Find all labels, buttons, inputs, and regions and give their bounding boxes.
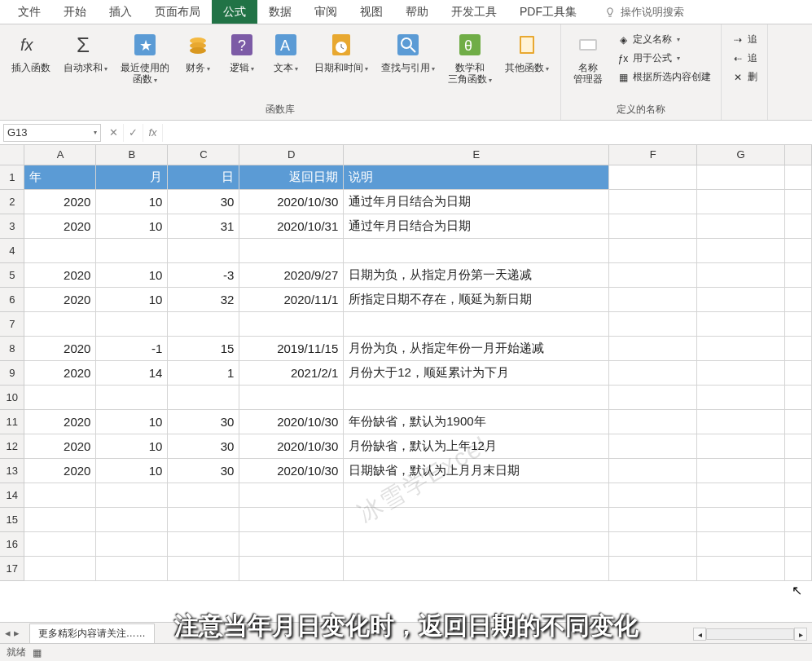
enter-formula-button[interactable]: ✓ — [124, 124, 143, 142]
cell[interactable]: 10 — [96, 409, 168, 434]
tab-dev[interactable]: 开发工具 — [440, 0, 508, 24]
cell[interactable] — [784, 409, 811, 434]
row-header[interactable]: 2 — [0, 189, 24, 214]
tab-file[interactable]: 文件 — [7, 0, 52, 24]
cell[interactable] — [784, 262, 811, 287]
tab-view[interactable]: 视图 — [349, 0, 394, 24]
cell[interactable] — [784, 507, 811, 531]
cell[interactable] — [609, 287, 697, 311]
cell[interactable] — [784, 165, 811, 189]
cell[interactable]: 10 — [96, 434, 168, 458]
cell[interactable] — [697, 336, 785, 360]
cell[interactable] — [609, 483, 697, 507]
cell[interactable] — [168, 483, 239, 507]
tab-data[interactable]: 数据 — [257, 0, 303, 24]
sheet-nav[interactable]: ◂ ▸ — [0, 627, 24, 639]
cell[interactable] — [24, 556, 96, 580]
insert-function-small-button[interactable]: fx — [143, 124, 163, 142]
cell[interactable] — [239, 483, 344, 507]
row-header[interactable]: 7 — [0, 311, 24, 336]
cell[interactable]: 2020 — [24, 336, 96, 360]
cell[interactable] — [96, 507, 168, 531]
col-header-F[interactable]: F — [609, 145, 697, 165]
cell[interactable]: 2020/10/31 — [239, 214, 344, 238]
cell[interactable] — [609, 360, 697, 385]
col-header-H[interactable] — [784, 145, 811, 165]
cell[interactable] — [96, 531, 168, 556]
cell[interactable]: 1 — [168, 360, 239, 385]
scroll-left-button[interactable]: ◂ — [693, 628, 706, 641]
cells-table[interactable]: A B C D E F G 1 年 月 日 返回日期 说明 2202010302… — [0, 145, 812, 581]
cell[interactable] — [697, 556, 785, 580]
cell[interactable]: 月份缺省，默认为上年12月 — [344, 434, 609, 458]
cell[interactable] — [697, 189, 785, 214]
cell[interactable]: 30 — [168, 409, 239, 434]
cell[interactable]: 年份缺省，默认为1900年 — [344, 409, 609, 434]
cell[interactable]: 2019/11/15 — [239, 336, 344, 360]
cell[interactable] — [697, 311, 785, 336]
cell[interactable]: 2020/11/1 — [239, 287, 344, 311]
cell[interactable]: 月份大于12，顺延累计为下月 — [344, 360, 609, 385]
cell[interactable] — [784, 311, 811, 336]
cell[interactable] — [96, 311, 168, 336]
cell[interactable] — [24, 531, 96, 556]
remove-arrows-button[interactable]: ✕删 — [728, 68, 761, 86]
cell[interactable] — [168, 385, 239, 409]
cell[interactable] — [239, 238, 344, 262]
cell[interactable]: 10 — [96, 287, 168, 311]
cell[interactable] — [168, 531, 239, 556]
cell[interactable]: 2020/10/30 — [239, 189, 344, 214]
cell[interactable] — [697, 360, 785, 385]
cell[interactable] — [697, 287, 785, 311]
cell[interactable] — [697, 458, 785, 483]
row-header[interactable]: 11 — [0, 409, 24, 434]
cell[interactable] — [239, 531, 344, 556]
row-header[interactable]: 6 — [0, 287, 24, 311]
cancel-formula-button[interactable]: ✕ — [104, 124, 124, 142]
scroll-track[interactable] — [706, 628, 794, 640]
tab-insert[interactable]: 插入 — [98, 0, 143, 24]
cell[interactable]: 10 — [96, 458, 168, 483]
row-header[interactable]: 8 — [0, 336, 24, 360]
cell[interactable] — [784, 434, 811, 458]
cell[interactable]: 2020 — [24, 214, 96, 238]
cell[interactable] — [697, 262, 785, 287]
cell[interactable] — [609, 458, 697, 483]
cell[interactable] — [697, 434, 785, 458]
cell[interactable] — [344, 238, 609, 262]
create-from-selection-button[interactable]: ▦根据所选内容创建 — [613, 68, 714, 86]
cell[interactable] — [24, 483, 96, 507]
cell[interactable]: 15 — [168, 336, 239, 360]
cell[interactable]: 2020 — [24, 409, 96, 434]
cell[interactable] — [784, 360, 811, 385]
cell[interactable] — [24, 385, 96, 409]
cell[interactable]: 2020/9/27 — [239, 262, 344, 287]
cell[interactable] — [784, 483, 811, 507]
text-button[interactable]: A 文本▾ — [266, 28, 306, 90]
cell[interactable] — [609, 556, 697, 580]
trace-dependents-button[interactable]: ⇠追 — [728, 50, 761, 67]
cell[interactable]: -1 — [96, 336, 168, 360]
cell[interactable] — [697, 409, 785, 434]
row-header[interactable]: 12 — [0, 434, 24, 458]
cell[interactable] — [784, 336, 811, 360]
cell[interactable] — [784, 531, 811, 556]
name-box[interactable]: G13 ▾ — [3, 124, 101, 142]
cell[interactable]: 32 — [168, 287, 239, 311]
cell[interactable] — [96, 556, 168, 580]
cell[interactable] — [609, 311, 697, 336]
row-header[interactable]: 1 — [0, 165, 24, 189]
tell-me[interactable]: 操作说明搜索 — [604, 5, 684, 20]
cell[interactable]: 31 — [168, 214, 239, 238]
cell[interactable] — [784, 556, 811, 580]
insert-function-button[interactable]: fx 插入函数 — [7, 28, 55, 90]
cell[interactable]: 14 — [96, 360, 168, 385]
select-all-corner[interactable] — [0, 145, 24, 165]
name-manager-button[interactable]: 名称 管理器 — [568, 28, 608, 88]
recent-functions-button[interactable]: ★ 最近使用的 函数▾ — [116, 28, 174, 90]
use-in-formula-button[interactable]: ƒx用于公式▾ — [613, 50, 714, 67]
cell[interactable]: 2020 — [24, 189, 96, 214]
cell[interactable]: 2020/10/30 — [239, 458, 344, 483]
cell[interactable]: 所指定日期不存在，顺延为新日期 — [344, 287, 609, 311]
cell[interactable] — [344, 483, 609, 507]
